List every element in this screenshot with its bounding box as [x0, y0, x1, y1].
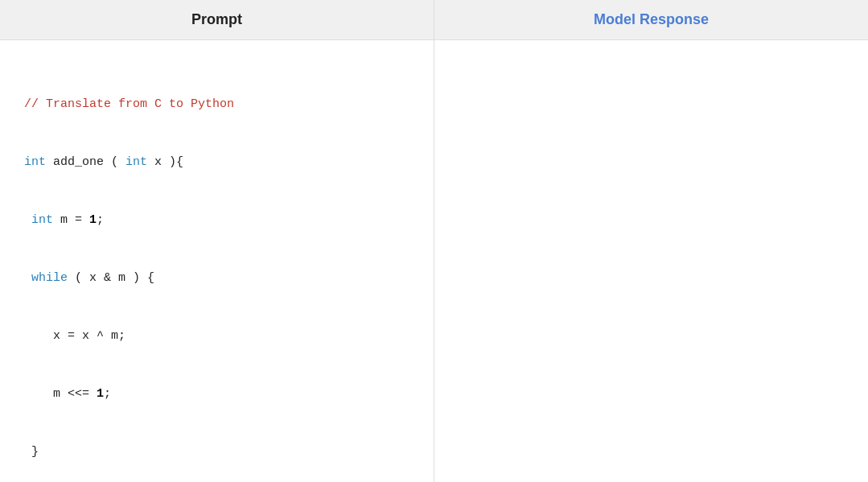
bold-num-1: 1 [89, 213, 97, 227]
code-line-3: int m = 1; [24, 211, 418, 230]
plain-text-6: m <<= [24, 387, 97, 401]
bold-num-2: 1 [97, 387, 104, 401]
keyword-int-1: int [24, 155, 46, 169]
code-line-2: int add_one ( int x ){ [24, 153, 418, 172]
model-response-tab[interactable]: Model Response [434, 0, 868, 39]
keyword-int-2: int [125, 155, 147, 169]
header-bar: Prompt Model Response [0, 0, 868, 40]
plain-text-4: ( x & m ) { [68, 271, 154, 285]
plain-semi-1: ; [97, 213, 104, 227]
plain-text-7: } [24, 445, 39, 459]
prompt-panel: // Translate from C to Python int add_on… [0, 40, 434, 482]
comment-text: // Translate from C to Python [24, 97, 234, 111]
code-line-5: x = x ^ m; [24, 327, 418, 346]
code-line-7: } [24, 443, 418, 462]
response-panel [434, 40, 868, 482]
keyword-int-3: int [31, 213, 53, 227]
prompt-tab-label: Prompt [191, 11, 242, 27]
plain-text-2: x ){ [147, 155, 183, 169]
plain-semi-2: ; [104, 387, 111, 401]
code-line-1: // Translate from C to Python [24, 95, 418, 114]
code-line-4: while ( x & m ) { [24, 269, 418, 288]
code-line-6: m <<= 1; [24, 385, 418, 404]
main-content: // Translate from C to Python int add_on… [0, 40, 868, 482]
keyword-while: while [31, 271, 68, 285]
model-response-tab-label: Model Response [594, 11, 709, 27]
app-container: Prompt Model Response // Translate from … [0, 0, 868, 482]
plain-text-3: m = [53, 213, 89, 227]
plain-text-1: add_one ( [46, 155, 125, 169]
plain-indent-1 [24, 213, 31, 227]
prompt-tab[interactable]: Prompt [0, 0, 434, 39]
code-block: // Translate from C to Python int add_on… [24, 56, 418, 482]
plain-text-5: x = x ^ m; [24, 329, 125, 343]
plain-indent-2 [24, 271, 31, 285]
